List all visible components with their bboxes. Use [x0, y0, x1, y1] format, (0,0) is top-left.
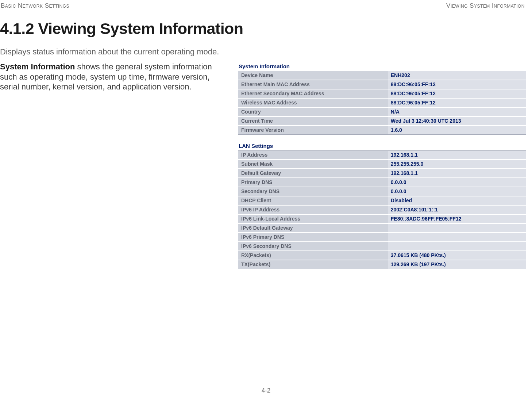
table-row: Ethernet Main MAC Address88:DC:96:05:FF:…: [238, 80, 526, 89]
running-header-left: Basic Network Settings: [1, 2, 69, 9]
row-val: [388, 233, 526, 242]
row-key: IPv6 Link-Local Address: [238, 214, 388, 223]
row-val: Wed Jul 3 12:40:30 UTC 2013: [388, 116, 526, 126]
table-row: Default Gateway192.168.1.1: [238, 169, 526, 178]
row-val: 0.0.0.0: [388, 187, 526, 196]
table-row: CountryN/A: [238, 107, 526, 116]
row-val: 192.168.1.1: [388, 151, 526, 160]
system-information-table: Device NameENH202 Ethernet Main MAC Addr…: [238, 71, 526, 135]
table-row: Firmware Version1.6.0: [238, 126, 526, 135]
table-row: Wireless MAC Address88:DC:96:05:FF:12: [238, 98, 526, 107]
row-val: [388, 242, 526, 251]
page-title: 4.1.2 Viewing System Information: [0, 20, 526, 38]
table-row: IP Address192.168.1.1: [238, 151, 526, 160]
table-row: Primary DNS0.0.0.0: [238, 178, 526, 187]
table-row: Current TimeWed Jul 3 12:40:30 UTC 2013: [238, 116, 526, 126]
running-header-right: Viewing System Information: [446, 2, 525, 9]
row-val: 88:DC:96:05:FF:12: [388, 80, 526, 89]
table-row: RX(Packets)37.0615 KB (480 PKts.): [238, 251, 526, 260]
row-val: 255.255.255.0: [388, 160, 526, 169]
table-row: IPv6 IP Address2002:C0A8:101:1::1: [238, 205, 526, 214]
lan-settings-table: IP Address192.168.1.1 Subnet Mask255.255…: [238, 150, 526, 269]
running-header: Basic Network Settings Viewing System In…: [0, 2, 526, 9]
row-key: Subnet Mask: [238, 160, 388, 169]
page-number: 4-2: [0, 387, 532, 394]
table-row: IPv6 Secondary DNS: [238, 242, 526, 251]
table-row: DHCP ClientDisabled: [238, 196, 526, 205]
row-key: Current Time: [238, 116, 388, 126]
row-key: IPv6 Secondary DNS: [238, 242, 388, 251]
row-val: 2002:C0A8:101:1::1: [388, 205, 526, 214]
paragraph-bold: System Information: [0, 62, 75, 71]
row-key: Ethernet Main MAC Address: [238, 80, 388, 89]
row-val: 1.6.0: [388, 126, 526, 135]
section-title-system-information: System Information: [239, 63, 526, 69]
table-row: Subnet Mask255.255.255.0: [238, 160, 526, 169]
table-row: Secondary DNS0.0.0.0: [238, 187, 526, 196]
row-key: DHCP Client: [238, 196, 388, 205]
row-val: Disabled: [388, 196, 526, 205]
row-val: 0.0.0.0: [388, 178, 526, 187]
row-key: Firmware Version: [238, 126, 388, 135]
row-val: 129.269 KB (197 PKts.): [388, 260, 526, 269]
row-key: Ethernet Secondary MAC Address: [238, 89, 388, 98]
table-row: Device NameENH202: [238, 71, 526, 80]
row-key: TX(Packets): [238, 260, 388, 269]
row-val: 88:DC:96:05:FF:12: [388, 98, 526, 107]
row-key: IP Address: [238, 151, 388, 160]
lead-text: Displays status information about the cu…: [0, 47, 526, 57]
row-key: Device Name: [238, 71, 388, 80]
table-row: IPv6 Link-Local AddressFE80::8ADC:96FF:F…: [238, 214, 526, 223]
row-val: FE80::8ADC:96FF:FE05:FF12: [388, 214, 526, 223]
section-title-lan-settings: LAN Settings: [239, 143, 526, 149]
row-key: IPv6 Primary DNS: [238, 233, 388, 242]
row-key: Wireless MAC Address: [238, 98, 388, 107]
table-row: IPv6 Primary DNS: [238, 233, 526, 242]
table-row: IPv6 Default Gateway: [238, 223, 526, 233]
row-val: 88:DC:96:05:FF:12: [388, 89, 526, 98]
table-row: Ethernet Secondary MAC Address88:DC:96:0…: [238, 89, 526, 98]
row-val: 192.168.1.1: [388, 169, 526, 178]
row-val: N/A: [388, 107, 526, 116]
row-key: Secondary DNS: [238, 187, 388, 196]
table-row: TX(Packets)129.269 KB (197 PKts.): [238, 260, 526, 269]
screenshot-panel: System Information Device NameENH202 Eth…: [238, 62, 526, 269]
row-val: 37.0615 KB (480 PKts.): [388, 251, 526, 260]
row-key: Default Gateway: [238, 169, 388, 178]
row-val: [388, 223, 526, 233]
row-key: IPv6 IP Address: [238, 205, 388, 214]
row-val: ENH202: [388, 71, 526, 80]
row-key: Country: [238, 107, 388, 116]
row-key: Primary DNS: [238, 178, 388, 187]
row-key: IPv6 Default Gateway: [238, 223, 388, 233]
body-paragraph: System Information shows the general sys…: [0, 62, 230, 92]
row-key: RX(Packets): [238, 251, 388, 260]
